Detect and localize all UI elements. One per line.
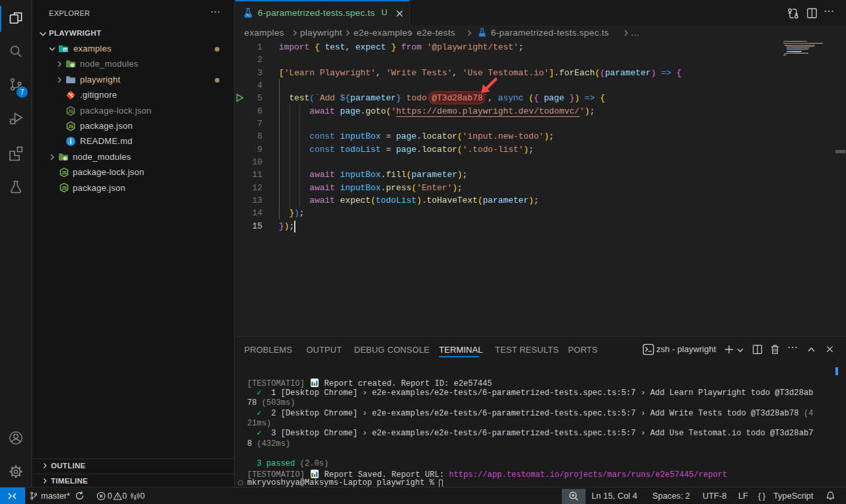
svg-text:JS: JS [68, 124, 74, 129]
svg-text:JS: JS [68, 109, 74, 114]
svg-text:JS: JS [61, 170, 67, 175]
svg-text:JS: JS [61, 186, 67, 190]
